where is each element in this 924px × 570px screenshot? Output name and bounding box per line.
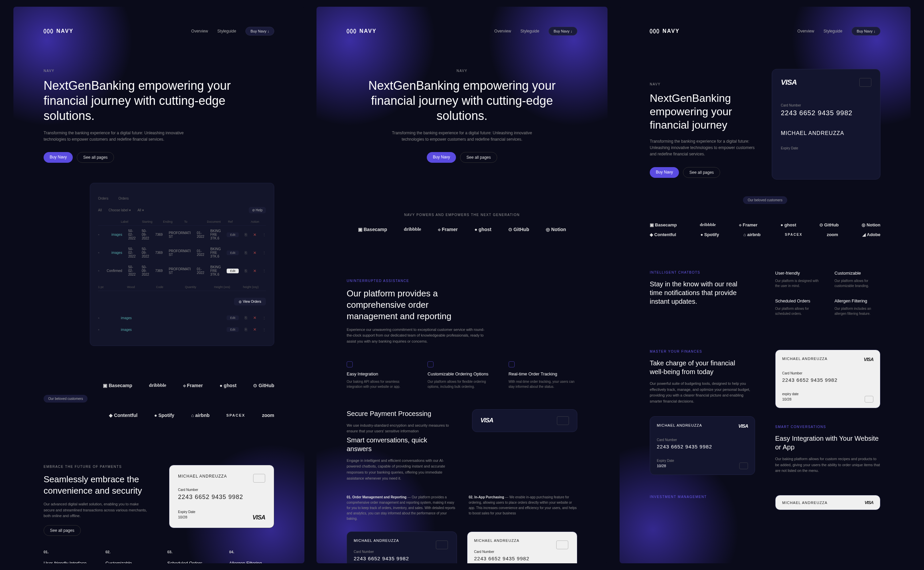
hero-cta-primary[interactable]: Buy Navy (427, 152, 456, 163)
nav-styleguide[interactable]: Styleguide (823, 29, 842, 34)
visa-logo: VISA (865, 500, 873, 505)
buy-button[interactable]: Buy Navy ↓ (245, 27, 274, 35)
brand-spacex: SPACEX (785, 233, 802, 236)
more-icon[interactable]: ⋮ (263, 328, 266, 331)
tab-orders[interactable]: Orders (98, 196, 109, 200)
brand-zoom: zoom (827, 232, 838, 237)
hero: NAVY NextGenBanking empowering your fina… (44, 69, 274, 163)
hero-title: NextGenBanking empowering your financial… (650, 92, 757, 132)
brand-notion: ◎ Notion (546, 227, 566, 232)
fin-eyebrow: MASTER YOUR FINANCES (650, 349, 755, 353)
more-icon[interactable]: ⋮ (263, 316, 266, 320)
hero-cta-primary[interactable]: Buy Navy (44, 152, 73, 163)
embrace-cta[interactable]: See all pages (44, 525, 81, 536)
credit-card-light: MICHAEL ANDREUZZAVISA Card Number 2243 6… (775, 349, 880, 408)
copy-icon[interactable]: ⎘ (245, 268, 247, 273)
copy-icon[interactable]: ⎘ (245, 316, 247, 320)
nav-overview[interactable]: Overview (494, 29, 511, 34)
table-row[interactable]: ▫Confirmed50-02-202250-09-20227369PROFOR… (98, 262, 266, 280)
buy-button[interactable]: Buy Navy ↓ (549, 27, 577, 35)
table-row[interactable]: ▫imagesEdit⎘✕⋮ (98, 312, 266, 324)
edit-button[interactable]: Edit (227, 233, 239, 237)
delete-icon[interactable]: ✕ (253, 316, 257, 320)
credit-card-dark: MICHAEL ANDREUZZA Card Number 2243 6652 … (347, 532, 457, 563)
hero-cta-secondary[interactable]: See all pages (683, 167, 720, 178)
integration-icon (347, 362, 353, 368)
brand-spacex: SPACEX (226, 413, 245, 417)
nav-overview[interactable]: Overview (797, 29, 814, 34)
logo[interactable]: NAVY (44, 28, 74, 34)
feature-item: 03.Scheduled OrdersOur platform allows f… (167, 550, 212, 563)
hero-subtitle: Transforming the banking experience for … (388, 130, 536, 142)
view-orders-button[interactable]: ◎ View Orders (234, 298, 266, 305)
visa-logo: VISA (738, 423, 748, 429)
edit-button[interactable]: Edit (227, 268, 239, 273)
more-icon[interactable]: ⋮ (263, 233, 266, 236)
logo[interactable]: NAVY (347, 28, 377, 34)
more-icon[interactable]: ⋮ (263, 251, 266, 254)
credit-card-light: MICHAEL ANDREUZZA Card Number 2243 6652 … (467, 532, 577, 563)
delete-icon[interactable]: ✕ (253, 268, 257, 273)
delete-icon[interactable]: ✕ (253, 233, 257, 237)
chip-icon (859, 78, 871, 87)
brand-github: ⊙ GitHub (253, 383, 274, 388)
feature-item: Easy IntegrationOur baking API allows fo… (347, 362, 415, 389)
feature-item: 04.Allergen FilteringOur platform includ… (229, 550, 275, 563)
chip-icon (557, 416, 569, 425)
help-button[interactable]: ⊘ Help (249, 207, 266, 213)
numbered-feature: 02. In-App Purchasing — We enable in-app… (469, 495, 577, 521)
tab-orders-2[interactable]: Orders (118, 196, 129, 200)
delete-icon[interactable]: ✕ (253, 250, 257, 255)
table-row[interactable]: ▫images50-02-202250-09-20227369PROFORMAT… (98, 244, 266, 262)
nav-overview[interactable]: Overview (191, 29, 208, 34)
top-nav: NAVY Overview Styleguide Buy Navy ↓ (347, 27, 577, 35)
feature-item: Allergen FilteringOur platform includes … (835, 299, 880, 316)
buy-button[interactable]: Buy Navy ↓ (852, 27, 880, 35)
brand-basecamp: ▣ Basecamp (650, 222, 677, 227)
logo-icon (44, 29, 53, 34)
edit-button[interactable]: Edit (227, 327, 239, 332)
table-row[interactable]: ▫images50-02-202250-09-20227369PROFORMAT… (98, 226, 266, 244)
copy-icon[interactable]: ⎘ (245, 233, 247, 237)
edit-button[interactable]: Edit (227, 316, 239, 320)
chip-icon (865, 396, 873, 403)
hero-eyebrow: Navy (347, 69, 577, 73)
secure-title: Secure Payment Processing (347, 409, 452, 418)
brand-notion: ◎ Notion (862, 222, 880, 227)
hero-subtitle: Transforming the banking experience for … (44, 130, 191, 142)
visa-logo: VISA (864, 357, 873, 362)
visa-logo: VISA (781, 78, 796, 87)
hero-eyebrow: NAVY (44, 69, 274, 73)
feature-item: Scheduled OrdersOur platform allows for … (775, 299, 821, 316)
brand-airbnb: ⌂ airbnb (743, 232, 760, 237)
credit-card-light-mini: MICHAEL ANDREUZZA VISA (775, 495, 880, 510)
feature-item: CustomizableOur platform allows for cust… (835, 271, 880, 288)
brand-airbnb: ⌂ airbnb (191, 412, 209, 418)
filter-label[interactable]: Choose label ▾ (109, 208, 131, 212)
nav-styleguide[interactable]: Styleguide (520, 29, 539, 34)
smart-sub: Our baking platform allows for custom re… (775, 456, 880, 474)
nav-styleguide[interactable]: Styleguide (217, 29, 236, 34)
copy-icon[interactable]: ⎘ (245, 327, 247, 332)
filter-all-2[interactable]: All ▾ (137, 208, 144, 212)
hero-cta-secondary[interactable]: See all pages (460, 152, 497, 163)
more-icon[interactable]: ⋮ (263, 269, 266, 273)
table-row[interactable]: ▫imagesEdit⎘✕⋮ (98, 324, 266, 336)
filter-all[interactable]: All (98, 208, 102, 212)
embrace-title: Seamlessly embrace the convenience and s… (44, 474, 149, 496)
logo-icon (347, 29, 356, 34)
tracking-icon (509, 362, 515, 368)
fin-sub: Our powerful suite of budgeting tools, d… (650, 381, 755, 404)
hero-cta-primary[interactable]: Buy Navy (650, 167, 679, 178)
delete-icon[interactable]: ✕ (253, 327, 257, 332)
copy-icon[interactable]: ⎘ (245, 250, 247, 255)
hero-cta-secondary[interactable]: See all pages (77, 152, 114, 163)
edit-button[interactable]: Edit (227, 250, 239, 255)
brand-framer: ⟐ Framer (739, 222, 758, 227)
brand-dribbble: dribbble (404, 227, 421, 232)
visa-logo: VISA (480, 417, 493, 424)
chat-title: Stay in the know with our real time noti… (650, 280, 750, 306)
embrace-eyebrow: EMBRACE THE FUTURE OF PAYMENTS (44, 465, 149, 469)
logo[interactable]: NAVY (650, 28, 680, 34)
feature-item: 02.CustomizableOur platform allows for c… (106, 550, 151, 563)
